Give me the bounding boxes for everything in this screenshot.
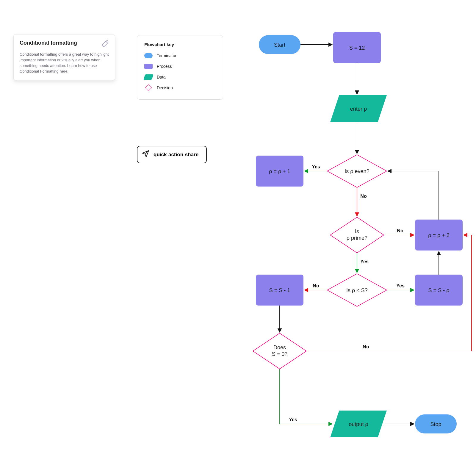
node-s-sub-1[interactable]: S = S - 1 xyxy=(256,275,303,306)
node-rho-plus-2-label: ρ = ρ + 2 xyxy=(428,232,450,238)
node-output-rho[interactable]: output ρ xyxy=(330,411,387,437)
node-is-prime-label-1: Is xyxy=(355,228,359,234)
node-s-sub-1-label: S = S - 1 xyxy=(269,287,290,293)
node-is-even-label: Is ρ even? xyxy=(345,168,369,174)
edge-isltS-yes-label: Yes xyxy=(396,283,405,288)
edge-isprime-no-label: No xyxy=(397,228,403,233)
edge-isprime-yes-label: Yes xyxy=(360,259,369,264)
node-is-even[interactable]: Is ρ even? xyxy=(327,155,387,187)
node-s-init-label: S = 12 xyxy=(349,45,365,51)
edge-does0-yes xyxy=(280,369,332,424)
node-rho-plus-1[interactable]: ρ = ρ + 1 xyxy=(256,156,303,187)
node-s-sub-rho[interactable]: S = S - ρ xyxy=(415,275,463,306)
node-start[interactable]: Start xyxy=(259,35,300,54)
node-start-label: Start xyxy=(274,42,285,48)
node-output-rho-label: output ρ xyxy=(349,421,368,427)
node-stop-label: Stop xyxy=(430,421,441,427)
flowchart-canvas: Start S = 12 enter ρ Is ρ even? ρ = ρ + … xyxy=(0,0,476,476)
node-is-prime[interactable]: Is ρ prime? xyxy=(330,217,384,253)
node-does-s-0-label-1: Does xyxy=(273,345,286,350)
node-is-lt-s[interactable]: Is ρ < S? xyxy=(327,274,387,306)
node-rho-plus-2[interactable]: ρ = ρ + 2 xyxy=(415,220,463,250)
edge-does0-no-label: No xyxy=(363,344,369,349)
edge-iseven-no-label: No xyxy=(360,194,367,199)
node-s-sub-rho-label: S = S - ρ xyxy=(428,287,450,293)
node-enter-rho[interactable]: enter ρ xyxy=(330,95,387,122)
edge-iseven-yes-label: Yes xyxy=(312,164,320,169)
node-does-s-0[interactable]: Does S = 0? xyxy=(253,333,306,369)
edge-isltS-no-label: No xyxy=(313,283,319,288)
edge-rhoplus2-to-iseven xyxy=(388,171,439,220)
node-enter-rho-label: enter ρ xyxy=(350,106,367,112)
node-is-lt-s-label: Is ρ < S? xyxy=(346,287,368,293)
edge-does0-yes-label: Yes xyxy=(289,417,297,422)
node-stop[interactable]: Stop xyxy=(415,414,457,433)
node-does-s-0-label-2: S = 0? xyxy=(272,351,288,357)
node-is-prime-label-2: ρ prime? xyxy=(347,235,367,241)
node-rho-plus-1-label: ρ = ρ + 1 xyxy=(269,168,290,174)
node-s-init[interactable]: S = 12 xyxy=(333,32,381,63)
